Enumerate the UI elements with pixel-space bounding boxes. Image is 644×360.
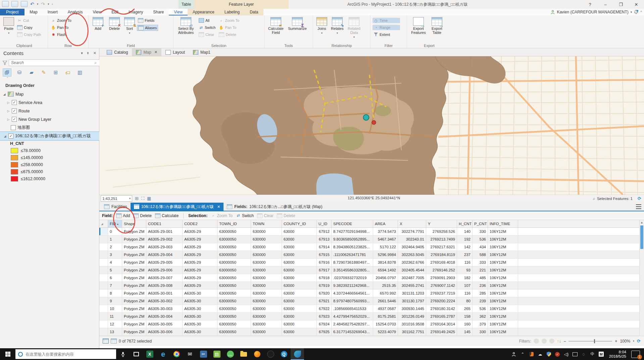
table-cell[interactable]: 302343.01 <box>398 236 426 243</box>
table-cell[interactable]: 9 <box>108 297 122 305</box>
table-cell[interactable]: 221 <box>473 266 488 274</box>
row-selector[interactable] <box>99 274 108 281</box>
sync-fields-icon[interactable]: ↑↓ <box>557 339 561 344</box>
layer-route[interactable]: ▷ ✓ Route <box>0 107 99 115</box>
undo-dropdown-icon[interactable]: ▾ <box>37 2 39 6</box>
table-cell[interactable]: 63000 <box>282 236 317 243</box>
table-cell[interactable]: 67921 <box>317 297 332 305</box>
table-cell[interactable]: 3 <box>108 251 122 258</box>
table-cell[interactable]: 8.39438605123825... <box>332 243 373 251</box>
tab-project[interactable]: Project <box>0 9 24 15</box>
table-cell[interactable]: 2769180.3142 <box>426 305 457 312</box>
table-cell[interactable]: A6305-29 <box>183 228 217 235</box>
table-cell[interactable]: 5223.4079 <box>373 328 398 336</box>
close-pane-icon[interactable]: ✕ <box>93 51 96 55</box>
joins-button[interactable]: Joins▾ <box>315 16 329 35</box>
save-as-icon[interactable] <box>21 1 28 7</box>
measure-icon[interactable]: ⛶ <box>141 196 144 201</box>
table-cell[interactable]: 160 <box>457 320 473 328</box>
table-cell[interactable]: 8.97974807560993... <box>332 297 373 305</box>
table-vertical-scrollbar[interactable]: ▲ <box>639 220 644 336</box>
onedrive-tray-icon[interactable]: ☁ <box>537 351 543 357</box>
table-cell[interactable]: 12 <box>108 320 122 328</box>
table-cell[interactable]: 301130.1797 <box>398 297 426 305</box>
table-cell[interactable]: 140 <box>457 228 473 235</box>
table-cell[interactable]: 63000050 <box>217 274 251 281</box>
table-cell[interactable]: 2769217.6321 <box>426 243 457 251</box>
table-cell[interactable]: 20456.0797 <box>373 274 398 281</box>
table-cell[interactable]: 630000 <box>251 251 282 258</box>
table-cell[interactable]: 2769007.1142 <box>426 282 457 289</box>
form-view-icon[interactable] <box>111 339 117 344</box>
select-by-attributes-button[interactable]: ▱ Select By Attributes <box>176 16 196 35</box>
table-cell[interactable]: 116 <box>457 290 473 297</box>
table-cell[interactable]: 11 <box>108 313 122 320</box>
selection-delete-button[interactable]: Delete <box>218 32 240 37</box>
table-cell[interactable]: 2769165.2787 <box>426 313 457 320</box>
table-cell[interactable]: A6305-30-006 <box>146 328 183 336</box>
layer-checkbox[interactable]: ✓ <box>12 100 17 105</box>
zoom-to-button[interactable]: ⌕Zoom To <box>50 18 72 23</box>
table-cell[interactable]: 7 <box>108 282 122 289</box>
map-canvas[interactable] <box>99 56 644 195</box>
table-cell[interactable]: 265 <box>457 305 473 312</box>
network-icon[interactable] <box>572 351 578 357</box>
context-header-feature-layer[interactable]: Feature Layer <box>194 0 289 9</box>
table-cell[interactable]: 106Y12M <box>488 259 518 266</box>
table-cell[interactable]: 302362.6766 <box>398 259 426 266</box>
grid-icon[interactable]: ▦ <box>147 196 151 201</box>
table-cell[interactable]: A6305-30-004 <box>146 313 183 320</box>
table-cell[interactable]: 0 <box>108 228 122 235</box>
list-by-charts-icon[interactable]: ▥ <box>76 69 84 76</box>
edge-icon[interactable]: e <box>156 348 170 360</box>
table-cell[interactable]: 2 <box>108 243 122 251</box>
table-cell[interactable]: 6.31771453269043... <box>332 328 373 336</box>
scroll-up-icon[interactable]: ▲ <box>640 221 643 224</box>
column-header[interactable]: AREA <box>373 220 398 227</box>
wechat-icon[interactable]: … <box>224 348 237 360</box>
table-cell[interactable]: A6305-29 <box>183 251 217 258</box>
table-cell[interactable]: A6305-29 <box>183 282 217 289</box>
table-cell[interactable]: 63000050 <box>217 236 251 243</box>
table-cell[interactable]: A6305-29 <box>183 274 217 281</box>
table-cell[interactable]: 2515.35 <box>373 282 398 289</box>
table-delete-field-button[interactable]: Delete <box>133 213 152 218</box>
table-cell[interactable]: 5467.3467 <box>373 236 398 243</box>
table-cell[interactable]: 63000050 <box>217 320 251 328</box>
table-cell[interactable]: 63000050 <box>217 305 251 312</box>
table-cell[interactable]: 106Y12M <box>488 243 518 251</box>
table-cell[interactable]: 4.42799475652029... <box>332 313 373 320</box>
layer-basemap[interactable]: 地形图 <box>0 123 99 132</box>
column-header[interactable]: TOWN_ID <box>217 220 251 227</box>
table-clear-button[interactable]: Clear <box>257 213 274 218</box>
table-cell[interactable]: 106Y12M <box>488 266 518 274</box>
table-cell[interactable]: 63000 <box>282 266 317 274</box>
table-cell[interactable]: 630000 <box>251 313 282 320</box>
table-cell[interactable]: 3.35145586332805... <box>332 266 373 274</box>
excel-icon[interactable]: X <box>143 348 156 360</box>
table-cell[interactable]: 2769213.7499 <box>426 236 457 243</box>
pan-to-button[interactable]: ✋Pan To <box>50 25 72 30</box>
layer-service-area[interactable]: ▷ ✓ Service Area <box>0 98 99 107</box>
table-zoom-level[interactable]: 100% <box>620 339 630 344</box>
table-cell[interactable]: 285 <box>473 290 488 297</box>
copy-button[interactable]: Copy <box>16 25 42 30</box>
table-cell[interactable]: 107 <box>457 282 473 289</box>
table-cell[interactable]: 2.48458275428297... <box>332 320 373 328</box>
firefox-icon[interactable] <box>250 348 264 360</box>
expander-icon[interactable]: ◢ <box>3 93 6 96</box>
taskbar-clock[interactable]: 8:04 2018/5/25 <box>609 350 626 359</box>
table-cell[interactable]: 13 <box>108 328 122 336</box>
arcgis-pro-taskbar-icon[interactable] <box>291 348 304 360</box>
related-data-button[interactable]: Related Data▾ <box>346 16 362 39</box>
table-cell[interactable]: A6305-29 <box>183 266 217 274</box>
table-cell[interactable]: A6305-30-002 <box>146 297 183 305</box>
row-selector[interactable] <box>99 259 108 266</box>
row-selector[interactable] <box>99 313 108 320</box>
table-view-icon[interactable] <box>103 339 109 344</box>
table-cell[interactable]: 63000050 <box>217 259 251 266</box>
column-header[interactable]: X <box>398 220 426 227</box>
collapse-ribbon-icon[interactable]: ^ <box>640 10 642 14</box>
paste-button[interactable]: Paste▾ <box>3 16 15 35</box>
table-cell[interactable]: 302405.4544 <box>398 266 426 274</box>
